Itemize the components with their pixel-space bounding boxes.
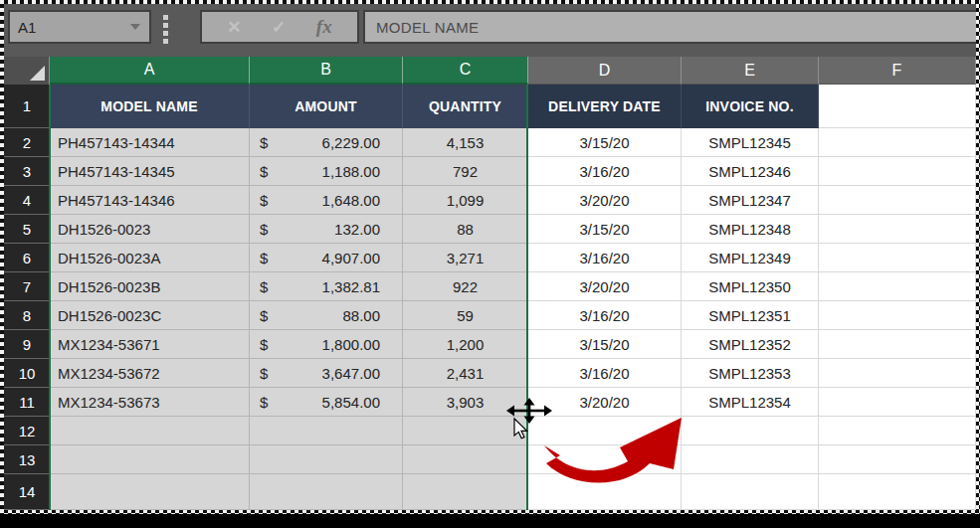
cell-a1[interactable]: MODEL NAME <box>50 85 250 128</box>
cell-empty[interactable] <box>682 445 819 474</box>
row-header-1[interactable]: 1 <box>4 85 50 128</box>
cell-model[interactable]: MX1234-53673 <box>50 388 250 417</box>
cell-invoice[interactable]: SMPL12353 <box>682 359 819 388</box>
cell-model[interactable]: PH457143-14344 <box>50 128 250 157</box>
cell-delivery-date[interactable]: 3/16/20 <box>528 301 682 330</box>
cell-empty[interactable] <box>403 474 528 510</box>
cell-delivery-date[interactable]: 3/15/20 <box>528 330 682 359</box>
cancel-icon[interactable]: ✕ <box>227 17 241 38</box>
cell-quantity[interactable]: 88 <box>403 215 528 244</box>
cell-empty[interactable] <box>819 388 976 417</box>
cell-d1[interactable]: DELIVERY DATE <box>528 85 682 128</box>
cell-invoice[interactable]: SMPL12348 <box>682 215 819 244</box>
cell-invoice[interactable]: SMPL12349 <box>682 244 819 272</box>
column-header-d[interactable]: D <box>528 57 682 85</box>
cell-delivery-date[interactable]: 3/16/20 <box>528 244 682 272</box>
cell-invoice[interactable]: SMPL12346 <box>682 157 819 186</box>
cell-empty[interactable] <box>682 417 819 445</box>
cell-empty[interactable] <box>682 474 819 510</box>
cell-empty[interactable] <box>819 157 976 186</box>
cell-amount[interactable]: $5,854.00 <box>250 388 403 417</box>
row-header-2[interactable]: 2 <box>4 128 50 157</box>
cell-quantity[interactable]: 792 <box>403 157 528 186</box>
cell-invoice[interactable]: SMPL12354 <box>682 388 819 417</box>
cell-empty[interactable] <box>819 272 976 301</box>
cell-quantity[interactable]: 3,271 <box>403 244 528 272</box>
column-header-c[interactable]: C <box>403 57 528 85</box>
column-header-f[interactable]: F <box>819 57 976 85</box>
column-header-a[interactable]: A <box>50 57 250 85</box>
cell-model[interactable]: MX1234-53671 <box>50 330 250 359</box>
cell-empty[interactable] <box>819 330 976 359</box>
cell-model[interactable]: PH457143-14346 <box>50 186 250 215</box>
row-header-9[interactable]: 9 <box>4 330 50 359</box>
cell-model[interactable]: MX1234-53672 <box>50 359 250 388</box>
row-header-13[interactable]: 13 <box>4 445 50 474</box>
cell-empty[interactable] <box>250 474 403 510</box>
cell-f1[interactable] <box>819 85 976 128</box>
row-header-12[interactable]: 12 <box>4 417 50 445</box>
cell-empty[interactable] <box>819 417 976 445</box>
row-header-3[interactable]: 3 <box>4 157 50 186</box>
cell-amount[interactable]: $3,647.00 <box>250 359 403 388</box>
cell-c1[interactable]: QUANTITY <box>403 85 528 128</box>
cell-empty[interactable] <box>819 215 976 244</box>
row-header-14[interactable]: 14 <box>4 474 50 510</box>
insert-function-icon[interactable]: fx <box>316 16 332 38</box>
row-header-10[interactable]: 10 <box>4 359 50 388</box>
cell-empty[interactable] <box>819 474 976 510</box>
cell-empty[interactable] <box>819 186 976 215</box>
cell-empty[interactable] <box>50 417 250 445</box>
cell-delivery-date[interactable]: 3/15/20 <box>528 128 682 157</box>
cell-empty[interactable] <box>403 417 528 445</box>
cell-model[interactable]: DH1526-0023 <box>50 215 250 244</box>
grip-dots-icon[interactable] <box>163 15 168 44</box>
cell-empty[interactable] <box>250 445 403 474</box>
cell-empty[interactable] <box>250 417 403 445</box>
cell-quantity[interactable]: 2,431 <box>403 359 528 388</box>
cell-amount[interactable]: $4,907.00 <box>250 244 403 272</box>
cell-model[interactable]: PH457143-14345 <box>50 157 250 186</box>
cell-empty[interactable] <box>819 359 976 388</box>
row-header-5[interactable]: 5 <box>4 215 50 244</box>
cell-delivery-date[interactable]: 3/20/20 <box>528 272 682 301</box>
cell-delivery-date[interactable]: 3/20/20 <box>528 186 682 215</box>
cell-model[interactable]: DH1526-0023B <box>50 272 250 301</box>
cell-quantity[interactable]: 1,200 <box>403 330 528 359</box>
name-box-dropdown-icon[interactable] <box>130 24 140 30</box>
cell-invoice[interactable]: SMPL12351 <box>682 301 819 330</box>
cell-quantity[interactable]: 922 <box>403 272 528 301</box>
row-header-7[interactable]: 7 <box>4 272 50 301</box>
cell-amount[interactable]: $1,648.00 <box>250 186 403 215</box>
column-header-e[interactable]: E <box>682 57 819 85</box>
cell-empty[interactable] <box>528 417 682 445</box>
column-header-b[interactable]: B <box>250 57 403 85</box>
cell-empty[interactable] <box>528 474 682 510</box>
cell-quantity[interactable]: 3,903 <box>403 388 528 417</box>
cell-empty[interactable] <box>528 445 682 474</box>
cell-quantity[interactable]: 1,099 <box>403 186 528 215</box>
cell-invoice[interactable]: SMPL12352 <box>682 330 819 359</box>
row-header-11[interactable]: 11 <box>4 388 50 417</box>
cell-amount[interactable]: $1,188.00 <box>250 157 403 186</box>
cell-empty[interactable] <box>819 128 976 157</box>
cell-empty[interactable] <box>50 474 250 510</box>
row-header-8[interactable]: 8 <box>4 301 50 330</box>
cell-quantity[interactable]: 4,153 <box>403 128 528 157</box>
name-box[interactable]: A1 <box>8 10 151 44</box>
cell-empty[interactable] <box>819 244 976 272</box>
cell-empty[interactable] <box>819 301 976 330</box>
cell-amount[interactable]: $1,800.00 <box>250 330 403 359</box>
cell-b1[interactable]: AMOUNT <box>250 85 403 128</box>
enter-icon[interactable]: ✓ <box>272 17 286 38</box>
select-all-button[interactable] <box>4 57 50 85</box>
cell-e1[interactable]: INVOICE NO. <box>682 85 819 128</box>
cell-amount[interactable]: $132.00 <box>250 215 403 244</box>
row-header-6[interactable]: 6 <box>4 244 50 272</box>
cell-model[interactable]: DH1526-0023C <box>50 301 250 330</box>
cell-amount[interactable]: $1,382.81 <box>250 272 403 301</box>
row-header-4[interactable]: 4 <box>4 186 50 215</box>
cell-quantity[interactable]: 59 <box>403 301 528 330</box>
cell-empty[interactable] <box>819 445 976 474</box>
cell-amount[interactable]: $88.00 <box>250 301 403 330</box>
